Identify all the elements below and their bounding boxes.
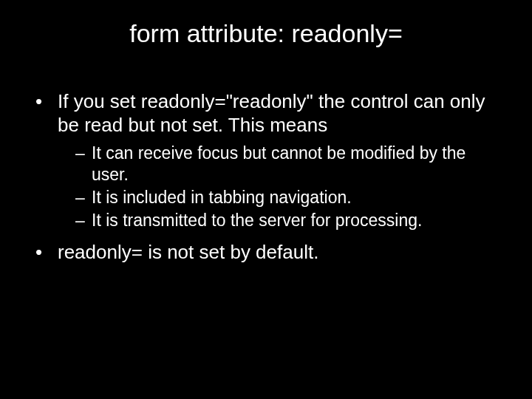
slide: form attribute: readonly= If you set rea… (0, 0, 532, 399)
list-item: If you set readonly="readonly" the contr… (35, 90, 502, 231)
sub-bullet-text: It can receive focus but cannot be modif… (92, 143, 466, 184)
sub-list: It can receive focus but cannot be modif… (58, 143, 502, 231)
bullet-text: readonly= is not set by default. (58, 241, 318, 263)
list-item: It is included in tabbing navigation. (75, 187, 502, 208)
slide-body: If you set readonly="readonly" the contr… (35, 90, 502, 275)
list-item: It can receive focus but cannot be modif… (75, 143, 502, 185)
list-item: readonly= is not set by default. (35, 241, 502, 265)
sub-bullet-text: It is included in tabbing navigation. (92, 188, 352, 207)
bullet-list: If you set readonly="readonly" the contr… (35, 90, 502, 265)
list-item: It is transmitted to the server for proc… (75, 210, 502, 231)
bullet-text: If you set readonly="readonly" the contr… (58, 90, 485, 136)
slide-title: form attribute: readonly= (0, 19, 532, 48)
sub-bullet-text: It is transmitted to the server for proc… (92, 211, 422, 230)
